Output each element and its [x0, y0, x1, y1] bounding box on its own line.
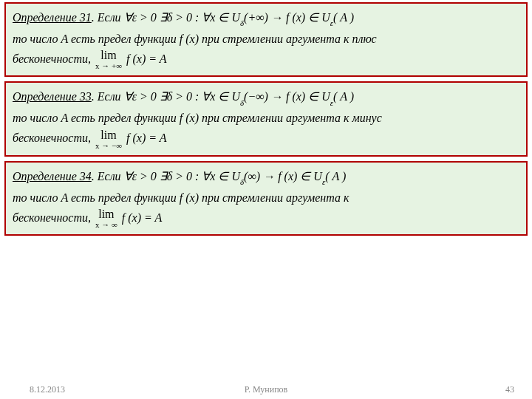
limit-of-func: предел функции: [98, 33, 177, 45]
lim-expression: lim x → −∞: [95, 129, 122, 150]
cond-text: ∀ε > 0 ∃δ > 0 : ∀x ∈ U: [124, 11, 240, 24]
def-title: Определение 31: [13, 11, 92, 24]
def-line1: Определение 34. Если ∀ε > 0 ∃δ > 0 : ∀x …: [13, 166, 519, 188]
comma: ,: [88, 132, 94, 144]
neigh-arg: (+∞) → f (x) ∈ U: [244, 11, 330, 24]
eps-sub: ε: [322, 177, 325, 186]
lim-rhs: f (x) = A: [126, 52, 166, 65]
neigh-arg: (−∞) → f (x) ∈ U: [244, 90, 330, 103]
line2a: то число A есть: [13, 191, 98, 204]
def-condition: ∀ε > 0 ∃δ > 0 : ∀x ∈ Uδ(+∞) → f (x) ∈ Uε…: [124, 11, 355, 24]
def-line3: бесконечности, lim x → ∞ f (x) = A: [13, 208, 519, 229]
line3a: бесконечности: [13, 211, 88, 224]
line3a: бесконечности: [13, 132, 88, 144]
def-intro: . Если: [92, 11, 121, 24]
limit-of-func: предел функции: [98, 112, 177, 124]
fx: f (x): [177, 112, 202, 124]
lim-expression: lim x → ∞: [95, 208, 117, 229]
def-line1: Определение 31. Если ∀ε > 0 ∃δ > 0 : ∀x …: [13, 7, 519, 29]
fx: f (x): [177, 191, 202, 204]
def-intro: . Если: [92, 170, 121, 183]
fx: f (x): [177, 33, 202, 45]
cond-text: ∀ε > 0 ∃δ > 0 : ∀x ∈ U: [124, 90, 240, 103]
definition-box-33: Определение 33. Если ∀ε > 0 ∃δ > 0 : ∀x …: [4, 81, 528, 156]
delta-sub: δ: [240, 18, 244, 27]
phrase: при стремлении аргумента к: [202, 191, 349, 204]
def-line3: бесконечности, lim x → −∞ f (x) = A: [13, 128, 519, 149]
def-line2: то число A есть предел функции f (x) при…: [13, 29, 519, 49]
lim-word: lim: [95, 208, 117, 220]
lim-rhs: f (x) = A: [126, 132, 166, 144]
footer-page-number: 43: [505, 384, 514, 395]
after-u: ( A ): [325, 170, 346, 183]
delta-sub: δ: [240, 98, 244, 107]
line3a: бесконечности: [13, 52, 88, 65]
after-u: ( A ): [333, 90, 354, 103]
phrase: при стремлении аргумента к минус: [202, 112, 382, 124]
comma: ,: [88, 52, 94, 65]
slide-page: Определение 31. Если ∀ε > 0 ∃δ > 0 : ∀x …: [0, 2, 532, 399]
footer-author: Р. Мунипов: [0, 384, 532, 395]
def-line1: Определение 33. Если ∀ε > 0 ∃δ > 0 : ∀x …: [13, 86, 519, 108]
line2a: то число A есть: [13, 33, 98, 45]
phrase: при стремлении аргумента к плюс: [202, 33, 377, 45]
lim-word: lim: [95, 50, 122, 61]
def-title: Определение 33: [13, 90, 92, 103]
definition-box-31: Определение 31. Если ∀ε > 0 ∃δ > 0 : ∀x …: [4, 2, 528, 77]
def-condition: ∀ε > 0 ∃δ > 0 : ∀x ∈ Uδ(∞) → f (x) ∈ Uε(…: [124, 170, 347, 183]
lim-expression: lim x → +∞: [95, 50, 122, 70]
neigh-arg: (∞) → f (x) ∈ U: [244, 170, 322, 183]
def-title: Определение 34: [13, 170, 92, 183]
definition-box-34: Определение 34. Если ∀ε > 0 ∃δ > 0 : ∀x …: [4, 161, 528, 236]
def-line2: то число A есть предел функции f (x) при…: [13, 188, 519, 208]
comma: ,: [88, 211, 94, 224]
def-intro: . Если: [92, 90, 121, 103]
def-condition: ∀ε > 0 ∃δ > 0 : ∀x ∈ Uδ(−∞) → f (x) ∈ Uε…: [124, 90, 355, 103]
limit-of-func: предел функции: [98, 191, 177, 204]
lim-sub: x → +∞: [95, 62, 122, 70]
after-u: ( A ): [333, 11, 354, 24]
lim-sub: x → −∞: [95, 142, 122, 150]
eps-sub: ε: [330, 18, 333, 27]
def-line2: то число A есть предел функции f (x) при…: [13, 108, 519, 128]
def-line3: бесконечности, lim x → +∞ f (x) = A: [13, 49, 519, 70]
lim-rhs: f (x) = A: [122, 211, 162, 224]
cond-text: ∀ε > 0 ∃δ > 0 : ∀x ∈ U: [124, 170, 240, 183]
delta-sub: δ: [240, 177, 244, 186]
eps-sub: ε: [330, 98, 333, 107]
lim-word: lim: [95, 129, 122, 141]
lim-sub: x → ∞: [95, 221, 117, 229]
line2a: то число A есть: [13, 112, 98, 124]
